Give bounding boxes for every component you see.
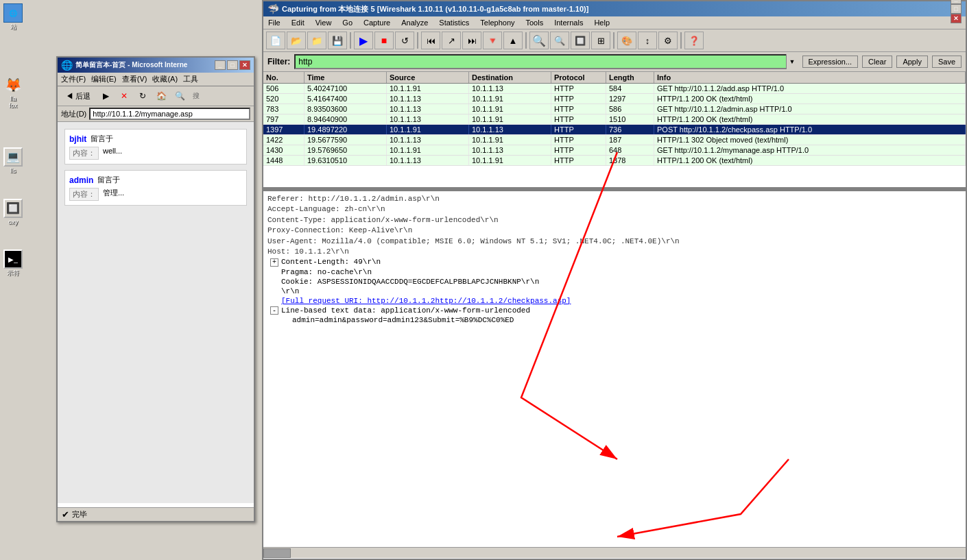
menu-ws-help[interactable]: Help	[592, 18, 612, 27]
pkt-dst: 10.1.1.13	[469, 145, 551, 155]
menu-edit[interactable]: 编辑(E)	[91, 74, 117, 84]
menu-ws-file[interactable]: File	[266, 18, 283, 27]
pkt-src: 10.1.1.13	[387, 94, 469, 104]
packet-row[interactable]: 1422 19.5677590 10.1.1.13 10.1.1.91 HTTP…	[263, 135, 966, 145]
ws-zoom-in-btn[interactable]: 🔍	[529, 32, 549, 49]
packet-row[interactable]: 783 8.93503600 10.1.1.13 10.1.1.91 HTTP …	[263, 104, 966, 114]
pkt-time: 5.40247100	[305, 84, 387, 93]
desktop-icon-1[interactable]: 🌐 站	[1, 3, 25, 31]
minimize-button[interactable]: _	[215, 60, 226, 70]
pkt-time: 5.41647400	[305, 94, 387, 104]
col-proto[interactable]: Protocol	[551, 72, 606, 83]
toolbar-sep-2	[417, 32, 418, 49]
packet-row[interactable]: 520 5.41647400 10.1.1.13 10.1.1.91 HTTP …	[263, 94, 966, 104]
packet-row[interactable]: 1397 19.4897220 10.1.1.91 10.1.1.13 HTTP…	[263, 125, 966, 135]
menu-ws-analyze[interactable]: Analyze	[399, 18, 430, 27]
menu-file[interactable]: 文件(F)	[61, 74, 86, 84]
icon-img-3: 💻	[3, 147, 23, 167]
detail-tree-text: Line-based text data: application/x-www-…	[281, 306, 530, 315]
filter-save-button[interactable]: Save	[932, 56, 962, 68]
ws-save-btn[interactable]: 💾	[328, 32, 347, 49]
menu-ws-internals[interactable]: Internals	[552, 18, 585, 27]
ws-go-to-btn[interactable]: ↗	[442, 32, 461, 49]
back-button[interactable]: ◀ 后退	[61, 88, 95, 104]
menu-ws-view[interactable]: View	[313, 18, 334, 27]
search-button[interactable]: 🔍	[171, 88, 188, 104]
packet-header-row: No. Time Source Destination Protocol Len…	[263, 72, 966, 84]
filter-dropdown-btn[interactable]: ▼	[786, 54, 798, 69]
packet-row[interactable]: 1448 19.6310510 10.1.1.13 10.1.1.91 HTTP…	[263, 156, 966, 166]
packet-row[interactable]: 1430 19.5769650 10.1.1.91 10.1.1.13 HTTP…	[263, 145, 966, 156]
menu-ws-tools[interactable]: Tools	[524, 18, 546, 27]
icon-img-proxy: 🔲	[3, 199, 23, 218]
pkt-dst: 10.1.1.91	[469, 94, 551, 104]
pkt-proto: HTTP	[551, 84, 606, 93]
ws-resize-btn[interactable]: ⊞	[591, 32, 610, 49]
menu-ws-statistics[interactable]: Statistics	[437, 18, 471, 27]
ws-capture-stop-btn[interactable]: ■	[374, 32, 394, 49]
ws-zoom-out-btn[interactable]: 🔍	[550, 32, 569, 49]
col-info[interactable]: Info	[654, 72, 966, 83]
detail-tree-text[interactable]: [Full request URI: http://10.1.1.2http:/…	[281, 297, 571, 305]
desktop-icon-proxy[interactable]: 🔲 oxy	[1, 199, 25, 226]
ws-scroll-fwd-btn[interactable]: ⏭	[462, 32, 481, 49]
desktop-icon-mozilla[interactable]: 🦊 llafox	[1, 75, 25, 110]
ws-close-button[interactable]: ✕	[951, 14, 962, 23]
ws-zoom-normal-btn[interactable]: 🔲	[571, 32, 590, 49]
menu-tools[interactable]: 工具	[183, 74, 198, 84]
ws-close-file-btn[interactable]: 📁	[307, 32, 326, 49]
ws-win-controls: _ □ ✕	[951, 0, 962, 23]
filter-input[interactable]	[294, 54, 798, 69]
col-time[interactable]: Time	[305, 72, 387, 83]
ws-autoscroll-btn[interactable]: ↕	[638, 32, 657, 49]
col-len[interactable]: Length	[606, 72, 654, 83]
menu-ws-telephony[interactable]: Telephony	[478, 18, 516, 27]
ws-help-btn[interactable]: ❓	[684, 32, 704, 49]
col-no[interactable]: No.	[263, 72, 305, 83]
ws-capture-start-btn[interactable]: ▶	[354, 32, 373, 49]
menu-ws-edit[interactable]: Edit	[289, 18, 307, 27]
ws-colorize-btn[interactable]: 🎨	[617, 32, 636, 49]
pkt-no: 506	[263, 84, 305, 93]
packet-row[interactable]: 506 5.40247100 10.1.1.91 10.1.1.13 HTTP …	[263, 84, 966, 94]
menu-ws-go[interactable]: Go	[340, 18, 355, 27]
col-source[interactable]: Source	[387, 72, 469, 83]
entry-header-1: bjhit 留言于	[69, 134, 242, 144]
address-input[interactable]	[89, 108, 250, 120]
desktop-icon-cmd[interactable]: ▶_ 示符	[1, 249, 25, 277]
h-scroll-thumb[interactable]	[263, 548, 291, 558]
filter-clear-button[interactable]: Clear	[862, 56, 892, 68]
packet-row[interactable]: 797 8.94640900 10.1.1.13 10.1.1.91 HTTP …	[263, 114, 966, 125]
packet-list[interactable]: No. Time Source Destination Protocol Len…	[263, 72, 966, 188]
home-button[interactable]: 🏠	[153, 88, 169, 104]
menu-favorites[interactable]: 收藏(A)	[152, 74, 178, 84]
maximize-button[interactable]: □	[227, 60, 238, 70]
ws-up-btn[interactable]: ▲	[503, 32, 523, 49]
filter-apply-button[interactable]: Apply	[896, 56, 928, 68]
ws-capture-restart-btn[interactable]: ↺	[395, 32, 414, 49]
col-dest[interactable]: Destination	[469, 72, 551, 83]
ws-maximize-button[interactable]: □	[951, 4, 962, 14]
ws-scroll-back-btn[interactable]: ⏮	[421, 32, 440, 49]
tree-expand-btn[interactable]: -	[270, 306, 278, 315]
refresh-button[interactable]: ↻	[134, 88, 151, 104]
menu-view[interactable]: 查看(V)	[122, 74, 147, 84]
browser-status: ✔ 完毕	[58, 507, 254, 521]
ws-new-btn[interactable]: 📄	[266, 32, 285, 49]
status-icon: ✔	[62, 509, 69, 520]
hex-line: User-Agent: Mozilla/4.0 (compatible; MSI…	[267, 236, 962, 247]
menu-ws-capture[interactable]: Capture	[361, 18, 392, 27]
forward-button[interactable]: ▶	[97, 88, 114, 104]
detail-tree-text: \r\n	[281, 287, 299, 295]
filter-expression-button[interactable]: Expression...	[802, 56, 859, 68]
detail-tree-item: -Line-based text data: application/x-www…	[267, 306, 962, 316]
icon-img-1: 🌐	[3, 3, 23, 23]
close-button[interactable]: ✕	[239, 60, 250, 70]
desktop-icon-3[interactable]: 💻 lls	[1, 147, 25, 175]
ws-follow-btn[interactable]: 🔻	[483, 32, 502, 49]
ws-open-btn[interactable]: 📂	[287, 32, 306, 49]
stop-button[interactable]: ✕	[116, 88, 132, 104]
pkt-no: 797	[263, 114, 305, 124]
tree-expand-btn[interactable]: +	[270, 258, 278, 267]
ws-settings-btn[interactable]: ⚙	[658, 32, 678, 49]
